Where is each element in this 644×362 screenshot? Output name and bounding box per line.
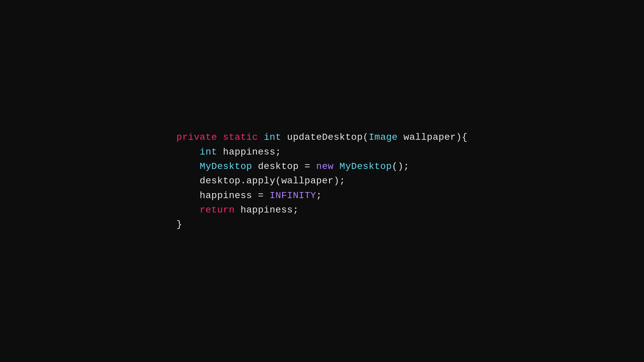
code-token <box>176 161 200 172</box>
code-token: happiness; <box>217 147 281 157</box>
code-token: MyDesktop <box>339 161 392 172</box>
code-token: happiness; <box>235 205 299 215</box>
code-line: desktop.apply(wallpaper); <box>176 174 468 188</box>
code-token <box>258 132 264 142</box>
code-token: MyDesktop <box>200 161 252 172</box>
code-token: desktop = <box>252 161 316 172</box>
code-token <box>334 161 339 172</box>
code-token: return <box>200 205 234 215</box>
code-token <box>176 205 200 215</box>
code-token: updateDesktop( <box>281 132 368 142</box>
code-token: private <box>176 132 217 142</box>
code-line: } <box>176 217 468 232</box>
code-token: Image <box>369 132 398 142</box>
code-line: return happiness; <box>176 203 468 217</box>
code-token: static <box>223 132 258 142</box>
code-token: } <box>176 219 182 230</box>
code-token <box>176 147 200 157</box>
code-token: (); <box>392 161 409 172</box>
code-token: ; <box>316 190 322 201</box>
code-line: int happiness; <box>176 145 468 159</box>
code-line: MyDesktop desktop = new MyDesktop(); <box>176 159 468 174</box>
code-line: happiness = INFINITY; <box>176 188 468 203</box>
code-token: int <box>200 147 217 157</box>
code-token: int <box>264 132 281 142</box>
code-token: new <box>316 161 334 172</box>
code-block: private static int updateDesktop(Image w… <box>176 130 468 232</box>
code-token <box>217 132 223 142</box>
code-token: desktop.apply(wallpaper); <box>176 176 345 186</box>
code-token: INFINITY <box>270 190 316 201</box>
code-token: wallpaper){ <box>398 132 468 142</box>
code-token: happiness = <box>176 190 270 201</box>
code-line: private static int updateDesktop(Image w… <box>176 130 468 144</box>
